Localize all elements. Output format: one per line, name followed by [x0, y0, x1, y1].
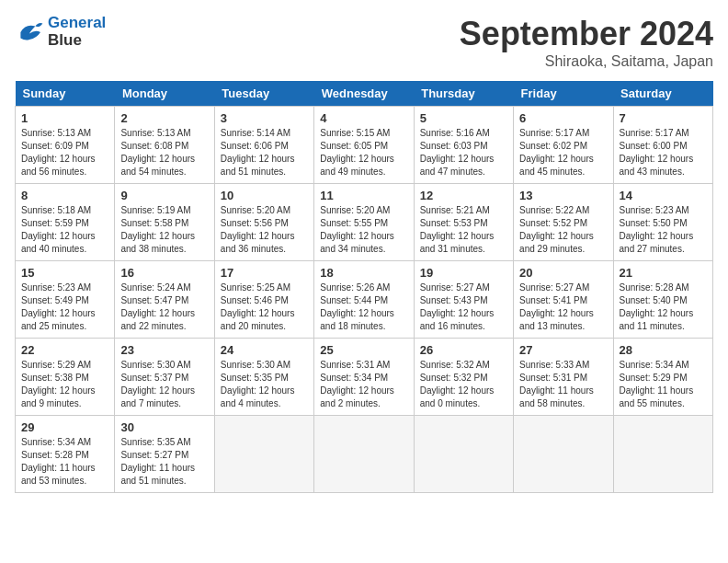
calendar-header-row: SundayMondayTuesdayWednesdayThursdayFrid… — [16, 81, 713, 107]
weekday-header: Sunday — [16, 81, 115, 107]
day-info: Sunrise: 5:27 AM Sunset: 5:41 PM Dayligh… — [519, 282, 607, 333]
calendar-cell: 25Sunrise: 5:31 AM Sunset: 5:34 PM Dayli… — [314, 339, 414, 416]
calendar-body: 1Sunrise: 5:13 AM Sunset: 6:09 PM Daylig… — [16, 107, 713, 493]
day-info: Sunrise: 5:23 AM Sunset: 5:49 PM Dayligh… — [21, 282, 108, 333]
weekday-header: Thursday — [414, 81, 513, 107]
weekday-header: Saturday — [613, 81, 712, 107]
day-number: 26 — [420, 343, 507, 357]
logo-text-line2: Blue — [48, 32, 106, 50]
day-info: Sunrise: 5:31 AM Sunset: 5:34 PM Dayligh… — [320, 359, 407, 410]
day-number: 29 — [21, 420, 108, 434]
day-number: 17 — [221, 266, 308, 280]
day-info: Sunrise: 5:21 AM Sunset: 5:53 PM Dayligh… — [420, 204, 507, 256]
day-info: Sunrise: 5:17 AM Sunset: 6:00 PM Dayligh… — [620, 127, 707, 178]
day-number: 18 — [320, 266, 407, 280]
day-info: Sunrise: 5:35 AM Sunset: 5:27 PM Dayligh… — [120, 436, 208, 488]
calendar-cell: 6Sunrise: 5:17 AM Sunset: 6:02 PM Daylig… — [514, 107, 613, 184]
day-info: Sunrise: 5:13 AM Sunset: 6:08 PM Dayligh… — [120, 127, 208, 178]
calendar-cell: 26Sunrise: 5:32 AM Sunset: 5:32 PM Dayli… — [414, 339, 513, 416]
day-number: 20 — [519, 266, 607, 280]
day-number: 14 — [620, 189, 707, 202]
day-number: 5 — [420, 111, 507, 125]
day-number: 13 — [519, 189, 607, 202]
month-title: September 2024 — [460, 15, 713, 53]
day-info: Sunrise: 5:17 AM Sunset: 6:02 PM Dayligh… — [519, 127, 607, 178]
calendar-cell: 21Sunrise: 5:28 AM Sunset: 5:40 PM Dayli… — [613, 261, 712, 339]
day-info: Sunrise: 5:26 AM Sunset: 5:44 PM Dayligh… — [320, 282, 407, 333]
calendar-cell: 7Sunrise: 5:17 AM Sunset: 6:00 PM Daylig… — [613, 107, 712, 184]
calendar-cell: 5Sunrise: 5:16 AM Sunset: 6:03 PM Daylig… — [414, 107, 513, 184]
day-info: Sunrise: 5:15 AM Sunset: 6:05 PM Dayligh… — [320, 127, 407, 178]
day-info: Sunrise: 5:32 AM Sunset: 5:32 PM Dayligh… — [420, 359, 507, 410]
calendar-cell — [613, 416, 712, 493]
day-number: 4 — [320, 111, 407, 125]
day-info: Sunrise: 5:27 AM Sunset: 5:43 PM Dayligh… — [420, 282, 507, 333]
day-number: 15 — [21, 266, 108, 280]
calendar-cell: 9Sunrise: 5:19 AM Sunset: 5:58 PM Daylig… — [115, 184, 214, 261]
weekday-header: Monday — [115, 81, 214, 107]
day-number: 1 — [21, 111, 108, 125]
day-number: 9 — [120, 189, 208, 202]
calendar-cell — [314, 416, 414, 493]
day-info: Sunrise: 5:20 AM Sunset: 5:56 PM Dayligh… — [221, 204, 308, 256]
calendar-week-row: 22Sunrise: 5:29 AM Sunset: 5:38 PM Dayli… — [16, 339, 713, 416]
calendar-cell: 12Sunrise: 5:21 AM Sunset: 5:53 PM Dayli… — [414, 184, 513, 261]
calendar-cell: 15Sunrise: 5:23 AM Sunset: 5:49 PM Dayli… — [16, 261, 115, 339]
day-number: 8 — [21, 189, 108, 202]
calendar-cell: 29Sunrise: 5:34 AM Sunset: 5:28 PM Dayli… — [16, 416, 115, 493]
calendar-week-row: 1Sunrise: 5:13 AM Sunset: 6:09 PM Daylig… — [16, 107, 713, 184]
day-number: 19 — [420, 266, 507, 280]
day-info: Sunrise: 5:24 AM Sunset: 5:47 PM Dayligh… — [120, 282, 208, 333]
day-number: 6 — [519, 111, 607, 125]
calendar-cell: 16Sunrise: 5:24 AM Sunset: 5:47 PM Dayli… — [115, 261, 214, 339]
calendar-cell: 1Sunrise: 5:13 AM Sunset: 6:09 PM Daylig… — [16, 107, 115, 184]
calendar-cell — [414, 416, 513, 493]
day-number: 12 — [420, 189, 507, 202]
day-info: Sunrise: 5:29 AM Sunset: 5:38 PM Dayligh… — [21, 359, 108, 410]
day-number: 25 — [320, 343, 407, 357]
day-number: 27 — [519, 343, 607, 357]
day-info: Sunrise: 5:34 AM Sunset: 5:29 PM Dayligh… — [620, 359, 707, 410]
day-info: Sunrise: 5:20 AM Sunset: 5:55 PM Dayligh… — [320, 204, 407, 256]
day-number: 30 — [120, 420, 208, 434]
calendar-table: SundayMondayTuesdayWednesdayThursdayFrid… — [15, 81, 713, 493]
day-number: 3 — [221, 111, 308, 125]
calendar-cell: 24Sunrise: 5:30 AM Sunset: 5:35 PM Dayli… — [214, 339, 313, 416]
day-number: 24 — [221, 343, 308, 357]
day-info: Sunrise: 5:25 AM Sunset: 5:46 PM Dayligh… — [221, 282, 308, 333]
location-title: Shiraoka, Saitama, Japan — [460, 53, 713, 70]
day-number: 7 — [620, 111, 707, 125]
day-info: Sunrise: 5:33 AM Sunset: 5:31 PM Dayligh… — [519, 359, 607, 410]
day-number: 23 — [120, 343, 208, 357]
day-number: 2 — [120, 111, 208, 125]
day-info: Sunrise: 5:28 AM Sunset: 5:40 PM Dayligh… — [620, 282, 707, 333]
day-info: Sunrise: 5:22 AM Sunset: 5:52 PM Dayligh… — [519, 204, 607, 256]
day-number: 21 — [620, 266, 707, 280]
day-info: Sunrise: 5:30 AM Sunset: 5:35 PM Dayligh… — [221, 359, 308, 410]
calendar-cell: 13Sunrise: 5:22 AM Sunset: 5:52 PM Dayli… — [514, 184, 613, 261]
day-info: Sunrise: 5:16 AM Sunset: 6:03 PM Dayligh… — [420, 127, 507, 178]
calendar-cell — [214, 416, 313, 493]
day-info: Sunrise: 5:19 AM Sunset: 5:58 PM Dayligh… — [120, 204, 208, 256]
day-info: Sunrise: 5:14 AM Sunset: 6:06 PM Dayligh… — [221, 127, 308, 178]
calendar-cell: 18Sunrise: 5:26 AM Sunset: 5:44 PM Dayli… — [314, 261, 414, 339]
calendar-cell: 10Sunrise: 5:20 AM Sunset: 5:56 PM Dayli… — [214, 184, 313, 261]
day-info: Sunrise: 5:18 AM Sunset: 5:59 PM Dayligh… — [21, 204, 108, 256]
logo-icon — [15, 17, 44, 47]
page-header: General Blue September 2024 Shiraoka, Sa… — [15, 15, 713, 70]
calendar-cell — [514, 416, 613, 493]
title-block: September 2024 Shiraoka, Saitama, Japan — [460, 15, 713, 70]
calendar-cell: 14Sunrise: 5:23 AM Sunset: 5:50 PM Dayli… — [613, 184, 712, 261]
calendar-cell: 30Sunrise: 5:35 AM Sunset: 5:27 PM Dayli… — [115, 416, 214, 493]
day-number: 22 — [21, 343, 108, 357]
day-info: Sunrise: 5:30 AM Sunset: 5:37 PM Dayligh… — [120, 359, 208, 410]
weekday-header: Wednesday — [314, 81, 414, 107]
day-info: Sunrise: 5:13 AM Sunset: 6:09 PM Dayligh… — [21, 127, 108, 178]
calendar-cell: 22Sunrise: 5:29 AM Sunset: 5:38 PM Dayli… — [16, 339, 115, 416]
logo-text-line1: General — [48, 15, 106, 32]
logo: General Blue — [15, 15, 106, 49]
calendar-cell: 11Sunrise: 5:20 AM Sunset: 5:55 PM Dayli… — [314, 184, 414, 261]
calendar-cell: 28Sunrise: 5:34 AM Sunset: 5:29 PM Dayli… — [613, 339, 712, 416]
calendar-cell: 2Sunrise: 5:13 AM Sunset: 6:08 PM Daylig… — [115, 107, 214, 184]
day-number: 16 — [120, 266, 208, 280]
